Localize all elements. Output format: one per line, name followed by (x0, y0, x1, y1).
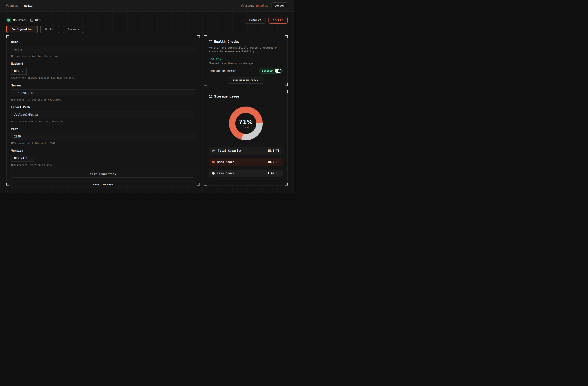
health-description: Monitor and automatically remount volume… (209, 46, 283, 53)
free-space-value: 4.42 TB (268, 172, 279, 175)
server-label: Server (11, 84, 195, 87)
chevron-down-icon (21, 70, 24, 72)
free-space-dot-icon (212, 172, 215, 175)
breadcrumb-separator: › (20, 4, 22, 7)
mount-status-label: Mounted (13, 18, 25, 22)
storage-usage-panel: Storage Usage 71% Used Total Capacity 15… (204, 90, 288, 186)
corner-bracket-icon (204, 35, 207, 38)
health-checks-title: Health Checks (214, 40, 239, 43)
test-connection-button[interactable]: TEST CONNECTION (11, 171, 195, 178)
name-label: Name (11, 40, 195, 44)
backend-help: Choose the storage backend for this volu… (11, 77, 195, 79)
name-help: Unique identifier for the volume. (11, 55, 195, 58)
corner-bracket-icon (197, 183, 200, 186)
hard-drive-icon (209, 95, 212, 98)
configuration-panel: Name Unique identifier for the volume. B… (6, 35, 200, 186)
delete-button[interactable]: DELETE (269, 17, 288, 24)
save-changes-button[interactable]: SAVE CHANGES (11, 181, 195, 188)
corner-bracket-icon (285, 83, 288, 86)
tab-bar: Configuration Docker Backups (6, 26, 288, 32)
used-space-label: Used Space (217, 160, 265, 164)
version-label: Version (11, 149, 195, 152)
logout-button[interactable]: LOGOUT (271, 2, 288, 9)
port-input[interactable] (11, 133, 195, 140)
backend-badge: NFS (30, 18, 41, 22)
field-server: Server NFS server IP address or hostname… (11, 84, 195, 101)
total-capacity-row: Total Capacity 15.3 TB (209, 147, 283, 154)
page-background: Mounted NFS UNMOUNT DELETE Configuration… (0, 12, 294, 193)
tab-configuration[interactable]: Configuration (6, 26, 38, 32)
used-space-value: 10.9 TB (268, 160, 279, 164)
status-bar: Mounted NFS UNMOUNT DELETE (6, 17, 288, 23)
storage-percent-sub: Used (243, 126, 249, 129)
field-name: Name Unique identifier for the volume. (11, 40, 195, 58)
server-help: NFS server IP address or hostname. (11, 98, 195, 101)
health-checks-panel: Health Checks Monitor and automatically … (204, 35, 288, 86)
field-backend: Backend NFS Choose the storage backend f… (11, 62, 195, 79)
unmount-button[interactable]: UNMOUNT (245, 17, 266, 24)
tab-docker[interactable]: Docker (40, 26, 60, 32)
corner-bracket-icon (204, 90, 207, 93)
name-input[interactable] (11, 46, 195, 53)
storage-percent: 71% (239, 119, 253, 125)
remount-toggle-label: ENABLED (262, 70, 273, 72)
backend-label: Backend (11, 62, 195, 65)
backend-select[interactable]: NFS (11, 68, 27, 75)
breadcrumb-volumes[interactable]: Volumes (6, 4, 18, 7)
hard-drive-icon (212, 149, 215, 152)
field-version: Version NFS v4.1 NFS protocol version to… (11, 149, 195, 166)
health-status: Healthy (209, 57, 283, 61)
corner-bracket-icon (204, 83, 207, 86)
port-label: Port (11, 127, 195, 131)
remount-toggle[interactable]: ENABLED (259, 68, 283, 74)
heart-icon (209, 40, 212, 43)
run-health-check-button[interactable]: RUN HEALTH CHECK (228, 77, 263, 84)
corner-bracket-icon (285, 35, 288, 38)
corner-bracket-icon (6, 35, 9, 38)
version-select-value: NFS v4.1 (14, 157, 28, 160)
export-path-label: Export Path (11, 106, 195, 109)
server-input[interactable] (11, 89, 195, 96)
free-space-row: Free Space 4.42 TB (209, 170, 283, 177)
top-bar: Volumes › media Welcome, nicolas LOGOUT (0, 0, 294, 12)
backend-select-value: NFS (14, 70, 19, 73)
used-space-dot-icon (212, 161, 215, 163)
breadcrumb: Volumes › media (6, 4, 32, 7)
free-space-label: Free Space (217, 172, 265, 175)
field-port: Port NFS server port (default: 2049). (11, 127, 195, 145)
username: nicolas (256, 4, 268, 7)
toggle-switch-icon (275, 69, 281, 73)
field-export-path: Export Path Path to the NFS export on th… (11, 106, 195, 123)
total-capacity-label: Total Capacity (218, 149, 265, 152)
corner-bracket-icon (285, 90, 288, 93)
storage-donut-chart: 71% Used (229, 107, 263, 140)
chevron-down-icon (30, 157, 32, 159)
tab-backups[interactable]: Backups (63, 26, 84, 32)
welcome-text: Welcome, nicolas (241, 4, 268, 7)
corner-bracket-icon (285, 183, 288, 186)
used-space-row: Used Space 10.9 TB (209, 158, 283, 166)
server-stack-icon (30, 18, 34, 22)
corner-bracket-icon (6, 183, 9, 186)
backend-badge-label: NFS (35, 18, 41, 22)
corner-bracket-icon (204, 183, 207, 186)
corner-bracket-icon (197, 35, 200, 38)
breadcrumb-current: media (24, 4, 32, 7)
version-help: NFS protocol version to use. (11, 164, 195, 166)
mounted-status-icon (7, 19, 10, 21)
port-help: NFS server port (default: 2049). (11, 142, 195, 145)
export-path-help: Path to the NFS export on the server. (11, 120, 195, 123)
version-select[interactable]: NFS v4.1 (11, 155, 35, 162)
total-capacity-value: 15.3 TB (268, 149, 279, 152)
remount-on-error-label: Remount on error (209, 69, 236, 73)
health-last-checked: Checked less than a minute ago (209, 62, 283, 65)
export-path-input[interactable] (11, 111, 195, 118)
storage-usage-title: Storage Usage (214, 95, 239, 98)
